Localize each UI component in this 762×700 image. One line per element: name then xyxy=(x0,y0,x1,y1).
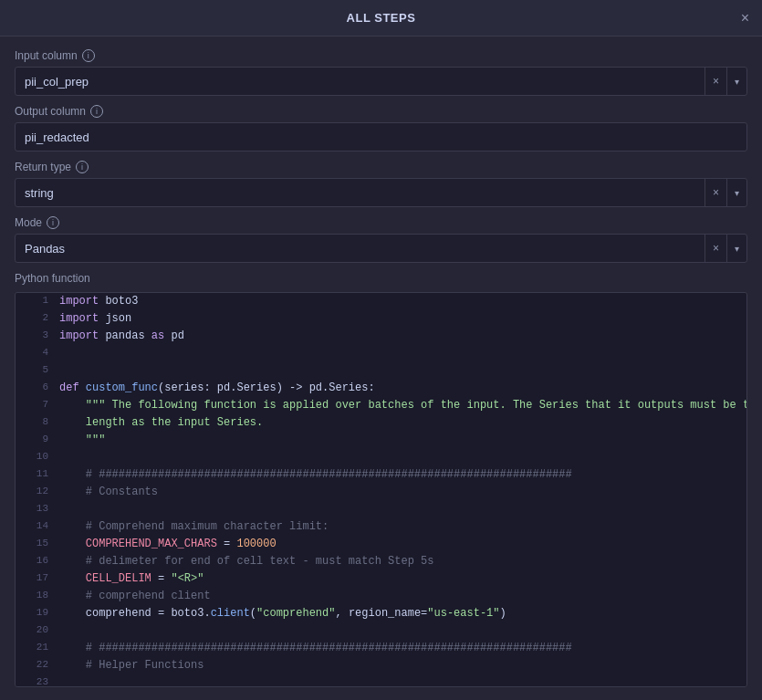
table-row: 15 COMPREHEND_MAX_CHARS = 100000 xyxy=(16,536,746,553)
table-row: 14 # Comprehend maximum character limit: xyxy=(16,518,746,536)
mode-label: Mode i xyxy=(15,216,747,229)
input-column-label: Input column i xyxy=(15,49,747,62)
table-row: 23 xyxy=(16,674,746,687)
code-content: # Comprehend maximum character limit: xyxy=(59,518,739,536)
input-column-group: Input column i × ▾ xyxy=(15,49,747,96)
code-content: # ######################################… xyxy=(59,640,739,657)
table-row: 17 CELL_DELIM = "<R>" xyxy=(16,570,746,588)
code-content xyxy=(59,345,739,362)
code-content: # Helper Functions xyxy=(59,657,739,674)
table-row: 7 """ The following function is applied … xyxy=(16,397,746,414)
input-column-dropdown-button[interactable]: ▾ xyxy=(726,68,746,95)
table-row: 19 comprehend = boto3.client("comprehend… xyxy=(16,605,746,622)
code-content: """ The following function is applied ov… xyxy=(59,397,747,414)
code-content: import json xyxy=(59,310,739,328)
line-number: 3 xyxy=(23,328,48,345)
line-number: 14 xyxy=(23,518,48,536)
code-content xyxy=(59,622,739,640)
line-number: 7 xyxy=(23,397,48,414)
output-column-input[interactable] xyxy=(15,122,747,151)
line-number: 8 xyxy=(23,414,48,432)
table-row: 22 # Helper Functions xyxy=(16,657,746,674)
modal-title: ALL STEPS xyxy=(347,11,416,25)
line-number: 20 xyxy=(23,622,48,640)
table-row: 2import json xyxy=(16,310,746,328)
code-content: def custom_func(series: pd.Series) -> pd… xyxy=(59,380,739,397)
table-row: 9 """ xyxy=(16,432,746,449)
code-content: # Constants xyxy=(59,484,739,501)
input-column-clear-button[interactable]: × xyxy=(705,68,726,95)
line-number: 17 xyxy=(23,570,48,588)
mode-input[interactable] xyxy=(16,242,705,256)
code-editor[interactable]: 1import boto32import json3import pandas … xyxy=(15,292,747,687)
table-row: 11 # ###################################… xyxy=(16,466,746,484)
mode-input-row: × ▾ xyxy=(15,234,747,263)
code-content: # comprehend client xyxy=(59,588,739,605)
modal: ALL STEPS × Input column i × ▾ Output co… xyxy=(0,0,762,700)
code-content: CELL_DELIM = "<R>" xyxy=(59,570,739,588)
mode-clear-button[interactable]: × xyxy=(705,235,726,262)
code-content: import boto3 xyxy=(59,293,739,310)
line-number: 23 xyxy=(23,674,48,687)
table-row: 12 # Constants xyxy=(16,484,746,501)
line-number: 19 xyxy=(23,605,48,622)
code-content xyxy=(59,501,739,518)
modal-header: ALL STEPS × xyxy=(0,0,762,37)
mode-group: Mode i × ▾ xyxy=(15,216,747,263)
mode-info-icon[interactable]: i xyxy=(47,216,59,229)
input-column-input-row: × ▾ xyxy=(15,67,747,96)
close-button[interactable]: × xyxy=(741,11,749,26)
table-row: 16 # delimeter for end of cell text - mu… xyxy=(16,553,746,570)
output-column-info-icon[interactable]: i xyxy=(90,105,103,118)
code-content: import pandas as pd xyxy=(59,328,739,345)
line-number: 16 xyxy=(23,553,48,570)
code-content: COMPREHEND_MAX_CHARS = 100000 xyxy=(59,536,739,553)
table-row: 18 # comprehend client xyxy=(16,588,746,605)
line-number: 21 xyxy=(23,640,48,657)
return-type-input-row: × ▾ xyxy=(15,178,747,207)
line-number: 12 xyxy=(23,484,48,501)
output-column-group: Output column i xyxy=(15,105,747,151)
table-row: 21 # ###################################… xyxy=(16,640,746,657)
return-type-input[interactable] xyxy=(16,186,705,200)
table-row: 13 xyxy=(16,501,746,518)
output-column-label: Output column i xyxy=(15,105,747,118)
code-content xyxy=(59,674,739,687)
return-type-info-icon[interactable]: i xyxy=(76,161,89,173)
return-type-dropdown-button[interactable]: ▾ xyxy=(726,179,746,206)
line-number: 15 xyxy=(23,536,48,553)
table-row: 3import pandas as pd xyxy=(16,328,746,345)
line-number: 18 xyxy=(23,588,48,605)
line-number: 4 xyxy=(23,345,48,362)
table-row: 4 xyxy=(16,345,746,362)
line-number: 13 xyxy=(23,501,48,518)
line-number: 2 xyxy=(23,310,48,328)
input-column-input[interactable] xyxy=(16,75,705,89)
modal-body: Input column i × ▾ Output column i Retur… xyxy=(0,37,762,700)
return-type-clear-button[interactable]: × xyxy=(705,179,726,206)
code-content: length as the input Series. xyxy=(59,414,739,432)
code-content xyxy=(59,362,739,380)
code-content: # delimeter for end of cell text - must … xyxy=(59,553,739,570)
table-row: 1import boto3 xyxy=(16,293,746,310)
line-number: 5 xyxy=(23,362,48,380)
line-number: 1 xyxy=(23,293,48,310)
table-row: 10 xyxy=(16,449,746,466)
table-row: 8 length as the input Series. xyxy=(16,414,746,432)
table-row: 5 xyxy=(16,362,746,380)
return-type-group: Return type i × ▾ xyxy=(15,161,747,207)
line-number: 11 xyxy=(23,466,48,484)
table-row: 6def custom_func(series: pd.Series) -> p… xyxy=(16,380,746,397)
code-content xyxy=(59,449,739,466)
python-function-label: Python function xyxy=(15,272,747,285)
mode-dropdown-button[interactable]: ▾ xyxy=(726,235,746,262)
input-column-info-icon[interactable]: i xyxy=(82,49,95,62)
line-number: 9 xyxy=(23,432,48,449)
line-number: 22 xyxy=(23,657,48,674)
line-number: 6 xyxy=(23,380,48,397)
table-row: 20 xyxy=(16,622,746,640)
return-type-label: Return type i xyxy=(15,161,747,173)
code-content: comprehend = boto3.client("comprehend", … xyxy=(59,605,739,622)
line-number: 10 xyxy=(23,449,48,466)
code-content: # ######################################… xyxy=(59,466,739,484)
